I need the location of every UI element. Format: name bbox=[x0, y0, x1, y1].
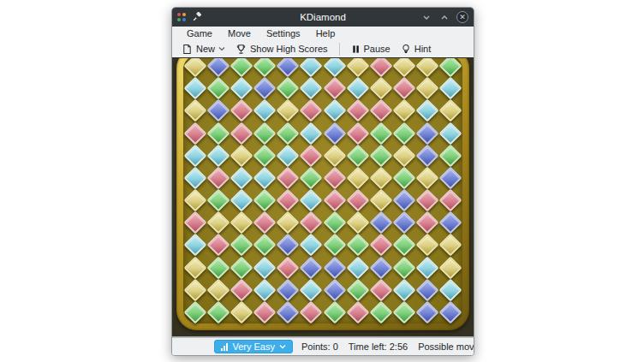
diamond-blue[interactable] bbox=[253, 77, 277, 100]
diamond-blue[interactable] bbox=[369, 256, 392, 279]
hint-button[interactable]: Hint bbox=[397, 44, 436, 55]
diamond-green[interactable] bbox=[300, 166, 323, 189]
minimize-icon[interactable] bbox=[420, 11, 432, 23]
diamond-green[interactable] bbox=[346, 144, 369, 167]
diamond-yellow[interactable] bbox=[439, 256, 462, 279]
diamond-red[interactable] bbox=[323, 189, 346, 212]
diamond-cyan[interactable] bbox=[439, 77, 462, 100]
diamond-red[interactable] bbox=[346, 189, 369, 212]
diamond-cyan[interactable] bbox=[300, 77, 323, 100]
diamond-yellow[interactable] bbox=[183, 57, 206, 78]
diamond-green[interactable] bbox=[393, 122, 416, 145]
diamond-blue[interactable] bbox=[393, 189, 416, 212]
diamond-yellow[interactable] bbox=[416, 57, 439, 78]
diamond-green[interactable] bbox=[253, 234, 277, 257]
diamond-green[interactable] bbox=[369, 122, 392, 145]
diamond-cyan[interactable] bbox=[300, 278, 323, 301]
diamond-blue[interactable] bbox=[206, 99, 230, 122]
diamond-green[interactable] bbox=[253, 57, 277, 78]
diamond-blue[interactable] bbox=[416, 144, 439, 167]
diamond-green[interactable] bbox=[206, 122, 230, 145]
show-high-scores-button[interactable]: Show High Scores bbox=[231, 44, 332, 55]
diamond-red[interactable] bbox=[346, 122, 369, 145]
diamond-red[interactable] bbox=[369, 99, 392, 122]
diamond-red[interactable] bbox=[183, 211, 206, 234]
diamond-red[interactable] bbox=[300, 211, 323, 234]
diamond-green[interactable] bbox=[206, 189, 230, 212]
diamond-green[interactable] bbox=[183, 300, 206, 323]
diamond-yellow[interactable] bbox=[230, 211, 253, 234]
diamond-green[interactable] bbox=[369, 300, 392, 323]
diamond-red[interactable] bbox=[206, 166, 230, 189]
diamond-red[interactable] bbox=[230, 122, 253, 145]
diamond-red[interactable] bbox=[323, 166, 346, 189]
diamond-blue[interactable] bbox=[416, 278, 439, 301]
diamond-red[interactable] bbox=[346, 99, 369, 122]
diamond-yellow[interactable] bbox=[323, 144, 346, 167]
diamond-yellow[interactable] bbox=[230, 144, 253, 167]
diamond-cyan[interactable] bbox=[323, 57, 346, 78]
diamond-red[interactable] bbox=[369, 234, 392, 257]
diamond-yellow[interactable] bbox=[183, 99, 206, 122]
diamond-blue[interactable] bbox=[277, 300, 300, 323]
diamond-blue[interactable] bbox=[393, 211, 416, 234]
diamond-blue[interactable] bbox=[416, 122, 439, 145]
diamond-cyan[interactable] bbox=[253, 99, 277, 122]
diamond-blue[interactable] bbox=[323, 122, 346, 145]
diamond-red[interactable] bbox=[439, 189, 462, 212]
diamond-red[interactable] bbox=[300, 99, 323, 122]
diamond-yellow[interactable] bbox=[346, 57, 369, 78]
diamond-cyan[interactable] bbox=[183, 234, 206, 257]
diamond-green[interactable] bbox=[393, 256, 416, 279]
diamond-red[interactable] bbox=[323, 77, 346, 100]
diamond-cyan[interactable] bbox=[300, 122, 323, 145]
menu-game[interactable]: Game bbox=[179, 28, 220, 39]
diamond-cyan[interactable] bbox=[230, 189, 253, 212]
diamond-cyan[interactable] bbox=[393, 278, 416, 301]
diamond-red[interactable] bbox=[300, 144, 323, 167]
diamond-cyan[interactable] bbox=[253, 256, 277, 279]
menu-settings[interactable]: Settings bbox=[259, 28, 308, 39]
diamond-yellow[interactable] bbox=[369, 166, 392, 189]
diamond-yellow[interactable] bbox=[393, 144, 416, 167]
diamond-yellow[interactable] bbox=[369, 77, 392, 100]
diamond-blue[interactable] bbox=[206, 57, 230, 78]
diamond-red[interactable] bbox=[206, 234, 230, 257]
diamond-cyan[interactable] bbox=[183, 144, 206, 167]
diamond-yellow[interactable] bbox=[183, 256, 206, 279]
diamond-blue[interactable] bbox=[323, 256, 346, 279]
diamond-green[interactable] bbox=[230, 256, 253, 279]
diamond-board[interactable] bbox=[183, 57, 462, 323]
diamond-green[interactable] bbox=[393, 300, 416, 323]
diamond-blue[interactable] bbox=[439, 300, 462, 323]
diamond-green[interactable] bbox=[346, 234, 369, 257]
diamond-blue[interactable] bbox=[416, 300, 439, 323]
close-button[interactable]: ✕ bbox=[456, 11, 468, 23]
diamond-green[interactable] bbox=[230, 57, 253, 78]
diamond-blue[interactable] bbox=[300, 256, 323, 279]
diamond-cyan[interactable] bbox=[416, 99, 439, 122]
diamond-green[interactable] bbox=[323, 300, 346, 323]
diamond-yellow[interactable] bbox=[346, 211, 369, 234]
diamond-yellow[interactable] bbox=[393, 57, 416, 78]
diamond-green[interactable] bbox=[253, 189, 277, 212]
diamond-cyan[interactable] bbox=[439, 122, 462, 145]
diamond-cyan[interactable] bbox=[206, 144, 230, 167]
diamond-cyan[interactable] bbox=[300, 234, 323, 257]
diamond-green[interactable] bbox=[439, 144, 462, 167]
diamond-yellow[interactable] bbox=[416, 166, 439, 189]
diamond-green[interactable] bbox=[206, 77, 230, 100]
diamond-red[interactable] bbox=[346, 300, 369, 323]
diamond-yellow[interactable] bbox=[439, 99, 462, 122]
pin-icon[interactable] bbox=[192, 12, 202, 22]
diamond-cyan[interactable] bbox=[230, 166, 253, 189]
diamond-blue[interactable] bbox=[277, 234, 300, 257]
diamond-yellow[interactable] bbox=[277, 99, 300, 122]
diamond-green[interactable] bbox=[323, 234, 346, 257]
diamond-red[interactable] bbox=[369, 278, 392, 301]
diamond-yellow[interactable] bbox=[183, 189, 206, 212]
diamond-green[interactable] bbox=[230, 234, 253, 257]
diamond-red[interactable] bbox=[300, 300, 323, 323]
diamond-red[interactable] bbox=[230, 278, 253, 301]
menu-help[interactable]: Help bbox=[308, 28, 343, 39]
